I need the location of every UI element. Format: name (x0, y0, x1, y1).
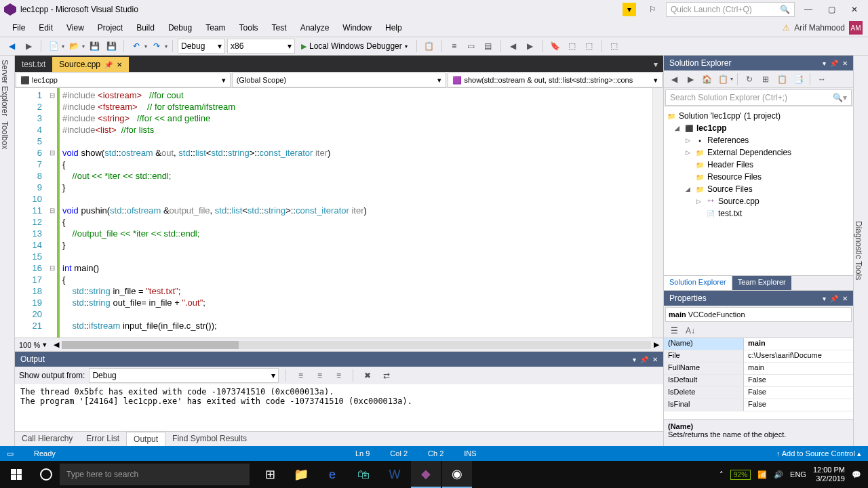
tree-references[interactable]: ▷▪References (664, 134, 853, 146)
tool-btn-5[interactable]: ⬚ (565, 39, 580, 54)
output-clear[interactable]: ✖ (360, 368, 375, 383)
start-debug-button[interactable]: ▶ Local Windows Debugger ▾ (297, 39, 412, 54)
tab-output[interactable]: Output (126, 432, 165, 446)
diagnostic-tools-tab[interactable]: Diagnostic Tools (854, 221, 863, 280)
sln-tab-solution[interactable]: Solution Explorer (664, 276, 732, 290)
lang-indicator[interactable]: ENG (790, 470, 806, 479)
platform-select[interactable]: x86▾ (227, 39, 295, 54)
battery-icon[interactable]: 92% (730, 470, 751, 480)
solution-tree[interactable]: 📁Solution 'lec1cpp' (1 project) ◢⬛lec1cp… (664, 107, 853, 275)
forward-button[interactable]: ▶ (21, 39, 36, 54)
status-scm[interactable]: ↑ Add to Source Control ▴ (776, 449, 861, 458)
sln-tool-4[interactable]: 📑 (791, 72, 806, 87)
tab-test-txt[interactable]: test.txt (15, 57, 52, 72)
close-button[interactable]: ✕ (845, 2, 864, 17)
tool-btn-1[interactable]: 📋 (422, 39, 437, 54)
flag-icon[interactable]: ⚐ (643, 2, 662, 17)
properties-grid[interactable]: (Name)mainFilec:\Users\aarif\DocumeFullN… (664, 338, 853, 419)
user-avatar[interactable]: AM (849, 21, 863, 35)
sln-home[interactable]: 🏠 (699, 72, 714, 87)
tool-btn-7[interactable]: ⬚ (607, 39, 622, 54)
sln-tool-5[interactable]: ↔ (814, 72, 829, 87)
output-toggle[interactable]: ⇄ (379, 368, 394, 383)
tabs-dropdown[interactable]: ▾ (648, 57, 663, 72)
sln-tool-3[interactable]: 📋 (774, 72, 789, 87)
output-tool-3[interactable]: ≡ (331, 368, 346, 383)
new-project-button[interactable]: 📄 (46, 39, 61, 54)
menu-help[interactable]: Help (378, 20, 409, 35)
volume-icon[interactable]: 🔊 (774, 470, 783, 479)
config-select[interactable]: Debug▾ (178, 39, 225, 54)
back-button[interactable]: ◀ (4, 39, 19, 54)
store-icon[interactable]: 🛍 (349, 461, 378, 488)
vs-taskbar-icon[interactable]: ◆ (411, 461, 441, 488)
save-all-button[interactable]: 💾 (104, 39, 119, 54)
notification-icon[interactable]: ▾ (623, 3, 636, 16)
sln-header[interactable]: Solution Explorer ▾📌✕ (664, 56, 853, 70)
props-cat[interactable]: ☰ (667, 323, 682, 338)
cortana-button[interactable] (33, 468, 60, 481)
tool-btn-2[interactable]: ≡ (447, 39, 462, 54)
redo-button[interactable]: ↷ (149, 39, 164, 54)
tool-btn-3[interactable]: ▭ (464, 39, 479, 54)
menu-edit[interactable]: Edit (32, 20, 60, 35)
close-icon[interactable]: ✕ (117, 61, 122, 68)
clock[interactable]: 12:00 PM 3/2/2019 (813, 466, 845, 483)
code-editor[interactable]: 123456789101112131415161718192021 ⊟ ⊟ ⊟ … (15, 88, 663, 338)
menu-tools[interactable]: Tools (233, 20, 265, 35)
tree-resource-files[interactable]: 📁Resource Files (664, 171, 853, 183)
output-tool-2[interactable]: ≡ (312, 368, 327, 383)
menu-view[interactable]: View (60, 20, 91, 35)
tree-source-files[interactable]: ◢📁Source Files (664, 183, 853, 195)
tree-header-files[interactable]: 📁Header Files (664, 159, 853, 171)
tool-btn-6[interactable]: ⬚ (582, 39, 597, 54)
props-object-select[interactable]: main VCCodeFunction (665, 307, 852, 322)
tab-find-symbol[interactable]: Find Symbol Results (165, 432, 254, 446)
output-text[interactable]: The thread 0x5bfc has exited with code -… (15, 384, 663, 431)
tray-up-icon[interactable]: ˄ (719, 470, 724, 479)
sln-search-input[interactable]: Search Solution Explorer (Ctrl+;) 🔍▾ (665, 89, 852, 106)
menu-build[interactable]: Build (130, 20, 161, 35)
wifi-icon[interactable]: 📶 (757, 470, 767, 479)
panel-dropdown-icon[interactable]: ▾ (633, 356, 636, 363)
warning-icon[interactable]: ⚠ (783, 23, 790, 33)
tool-btn-4[interactable]: ▤ (481, 39, 496, 54)
quick-launch-input[interactable]: Quick Launch (Ctrl+Q) 🔍 (666, 2, 795, 17)
menu-file[interactable]: File (5, 20, 32, 35)
word-icon[interactable]: W (380, 461, 410, 488)
panel-pin-icon[interactable]: 📌 (640, 356, 648, 363)
bookmark-button[interactable]: 🔖 (548, 39, 563, 54)
toolbox-tab[interactable]: Toolbox (0, 121, 14, 149)
output-header[interactable]: Output ▾ 📌 ✕ (15, 352, 663, 367)
minimize-button[interactable]: — (799, 2, 818, 17)
obs-icon[interactable]: ◉ (442, 461, 472, 488)
tree-ext-deps[interactable]: ▷📁External Dependencies (664, 146, 853, 159)
tab-error-list[interactable]: Error List (79, 432, 126, 446)
pin-icon[interactable]: 📌 (104, 61, 113, 68)
tab-call-hierarchy[interactable]: Call Hierarchy (15, 432, 79, 446)
notifications-icon[interactable]: 💬 (852, 470, 861, 479)
start-button[interactable] (0, 461, 33, 488)
menu-test[interactable]: Test (265, 20, 294, 35)
sln-tool-1[interactable]: 📋 (715, 72, 730, 87)
menu-debug[interactable]: Debug (161, 20, 199, 35)
menu-project[interactable]: Project (91, 20, 130, 35)
taskbar-search[interactable]: Type here to search (60, 464, 250, 485)
undo-button[interactable]: ↶ (129, 39, 144, 54)
sln-refresh[interactable]: ↻ (742, 72, 757, 87)
explorer-icon[interactable]: 📁 (286, 461, 316, 488)
vertical-scrollbar[interactable] (652, 88, 663, 338)
props-header[interactable]: Properties ▾📌✕ (664, 291, 853, 306)
sln-tool-2[interactable]: ⊞ (758, 72, 773, 87)
sln-back[interactable]: ◀ (667, 72, 682, 87)
nav-scope-member[interactable]: 🟪 show(std::ostream & out, std::list<std… (448, 73, 663, 87)
nav-scope-project[interactable]: ⬛ lec1cpp▾ (16, 73, 231, 87)
maximize-button[interactable]: ▢ (822, 2, 841, 17)
sln-fwd[interactable]: ▶ (683, 72, 698, 87)
sln-tab-team[interactable]: Team Explorer (732, 276, 791, 290)
edge-icon[interactable]: e (317, 461, 347, 488)
output-tool-1[interactable]: ≡ (293, 368, 308, 383)
open-file-button[interactable]: 📂 (66, 39, 81, 54)
indent-out-button[interactable]: ◀ (506, 39, 521, 54)
indent-in-button[interactable]: ▶ (523, 39, 538, 54)
